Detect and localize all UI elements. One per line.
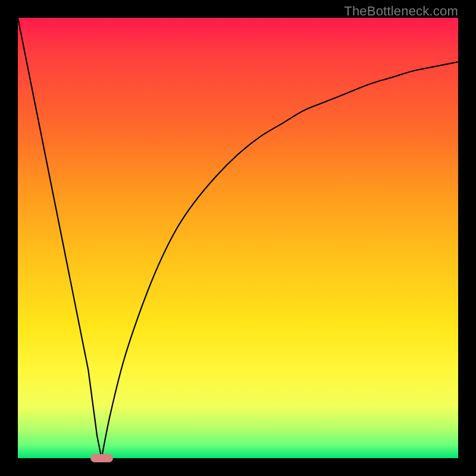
bottleneck-curve — [18, 18, 458, 458]
plot-area — [18, 18, 458, 458]
watermark-text: TheBottleneck.com — [344, 4, 458, 19]
optimal-marker — [90, 454, 113, 462]
chart-frame: TheBottleneck.com — [0, 0, 476, 476]
curve-path — [18, 18, 458, 458]
